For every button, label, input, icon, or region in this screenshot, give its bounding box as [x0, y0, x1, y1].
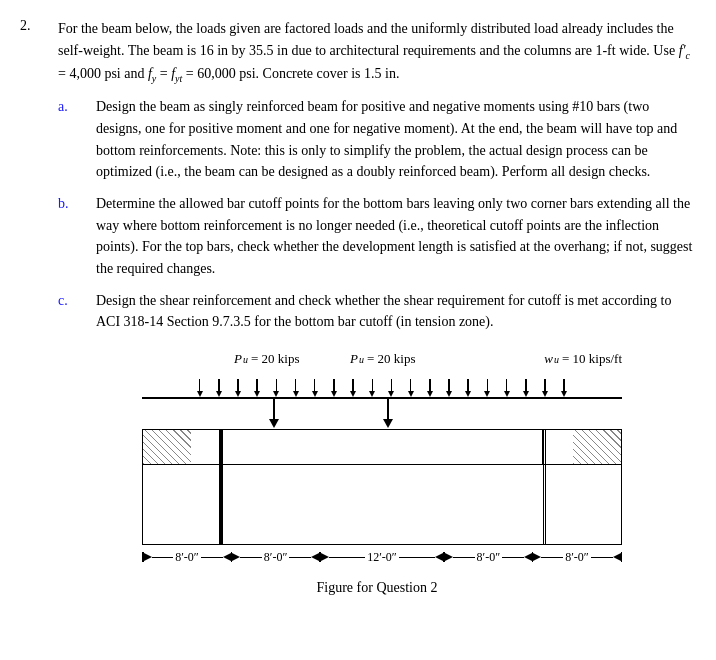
- load1-label: Pu= 20 kips: [234, 349, 299, 369]
- part-b-text: Determine the allowed bar cutoff points …: [96, 193, 696, 280]
- dim-seg-5: 8′-0″: [541, 548, 612, 567]
- dim-tick-1-2: [223, 552, 241, 562]
- dim-label-3: 12′-0″: [365, 548, 399, 567]
- problem-intro: For the beam below, the loads given are …: [58, 18, 696, 598]
- dist-arrow: [369, 379, 375, 397]
- dimension-row: 8′-0″ 8′-0″: [142, 548, 622, 567]
- dist-arrow: [312, 379, 318, 397]
- dim-line-1b: [201, 557, 223, 559]
- dim-line-3b: [399, 557, 436, 559]
- dist-arrow: [446, 379, 452, 397]
- dim-tick-2-3: [311, 552, 329, 562]
- hatch-right: [573, 430, 621, 464]
- wu-label: wu= 10 kips/ft: [544, 349, 622, 369]
- dim-arrow-1-left: [223, 553, 231, 561]
- part-c-label: c.: [58, 290, 86, 333]
- sub-parts: a. Design the beam as singly reinforced …: [58, 96, 696, 333]
- beam-bottom: [142, 465, 622, 545]
- dim-line-4b: [502, 557, 524, 559]
- part-a-row: a. Design the beam as singly reinforced …: [58, 96, 696, 183]
- dist-arrow: [561, 379, 567, 397]
- figure-container: Pu= 20 kips Pu= 20 kips wu= 10 kips/ft: [58, 349, 696, 598]
- dim-label-5: 8′-0″: [563, 548, 591, 567]
- dim-line-4: [453, 557, 475, 559]
- dim-line-5: [541, 557, 563, 559]
- dim-tick-4-5: [524, 552, 542, 562]
- figure-caption: Figure for Question 2: [317, 577, 438, 599]
- dist-arrow: [254, 379, 260, 397]
- dim-seg-4: 8′-0″: [453, 548, 524, 567]
- dist-arrow: [427, 379, 433, 397]
- part-b-label: b.: [58, 193, 86, 280]
- load2-label: Pu= 20 kips: [350, 349, 415, 369]
- dim-arrow-4-left: [524, 553, 532, 561]
- part-c-row: c. Design the shear reinforcement and ch…: [58, 290, 696, 333]
- dist-arrow: [484, 379, 490, 397]
- dim-line-1: [152, 557, 174, 559]
- problem-number: 2.: [20, 18, 48, 598]
- dim-seg-3: 12′-0″: [329, 548, 436, 567]
- dim-line-2b: [289, 557, 311, 559]
- dist-arrow: [523, 379, 529, 397]
- dim-arrow-start: [144, 553, 152, 561]
- dim-arrow-2-right: [321, 553, 329, 561]
- dim-tick-3-4: [435, 552, 453, 562]
- part-a-label: a.: [58, 96, 86, 183]
- dist-arrow: [197, 379, 203, 397]
- beam-body: [142, 429, 622, 545]
- hatch-left: [143, 430, 191, 464]
- dist-arrow: [235, 379, 241, 397]
- dim-tick-end: [621, 552, 623, 562]
- dist-arrow: [350, 379, 356, 397]
- part-c-text: Design the shear reinforcement and check…: [96, 290, 696, 333]
- dist-arrow: [331, 379, 337, 397]
- point-load-arrow-2: [383, 399, 393, 428]
- dim-line-2: [240, 557, 262, 559]
- dim-end: [613, 552, 623, 562]
- dim-arrow-4-right: [533, 553, 541, 561]
- dim-arrow-3-right: [445, 553, 453, 561]
- point-load-arrow-1: [269, 399, 279, 428]
- dim-arrow-2-left: [311, 553, 319, 561]
- dist-arrow: [216, 379, 222, 397]
- dim-label-2: 8′-0″: [262, 548, 290, 567]
- dist-arrow: [542, 379, 548, 397]
- dist-arrow: [293, 379, 299, 397]
- dim-arrow-1-right: [232, 553, 240, 561]
- dim-label-1: 8′-0″: [173, 548, 201, 567]
- dim-label-4: 8′-0″: [475, 548, 503, 567]
- problem-container: 2. For the beam below, the loads given a…: [20, 18, 696, 598]
- part-a-text: Design the beam as singly reinforced bea…: [96, 96, 696, 183]
- dist-arrow: [273, 379, 279, 397]
- dim-arrow-3-left: [435, 553, 443, 561]
- dim-arrow-end-left: [613, 553, 621, 561]
- dist-arrow: [408, 379, 414, 397]
- dim-line-3: [329, 557, 366, 559]
- dim-line-5b: [591, 557, 613, 559]
- part-b-row: b. Determine the allowed bar cutoff poin…: [58, 193, 696, 280]
- col-line-bot-2b: [545, 429, 547, 545]
- dist-arrow: [504, 379, 510, 397]
- beam-top: [142, 429, 622, 465]
- dim-seg-1: 8′-0″: [152, 548, 223, 567]
- dist-arrow: [465, 379, 471, 397]
- col-line-bot-1b: [221, 429, 223, 545]
- dist-arrow: [388, 379, 394, 397]
- dim-seg-2: 8′-0″: [240, 548, 311, 567]
